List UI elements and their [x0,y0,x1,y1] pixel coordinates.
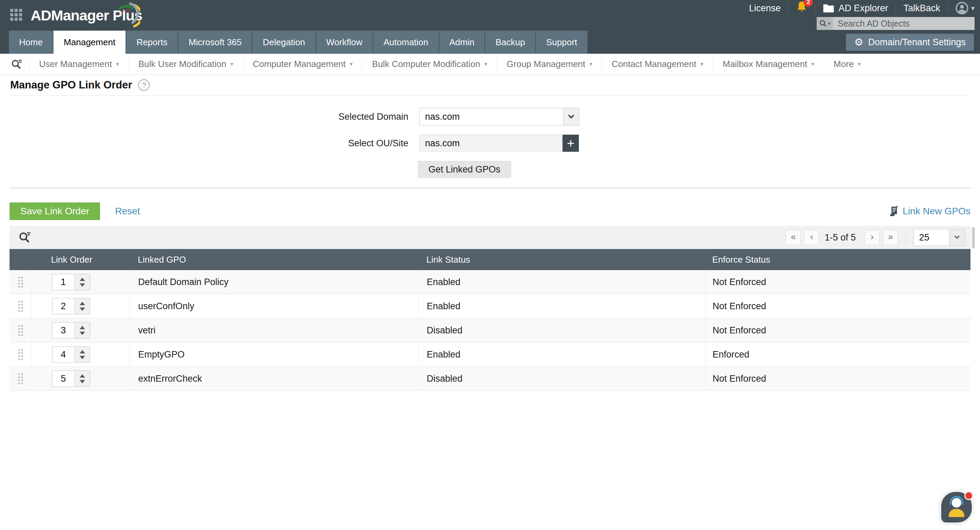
next-page-button[interactable]: › [865,230,880,245]
get-linked-gpos-button[interactable]: Get Linked GPOs [418,161,511,178]
increment-button[interactable] [80,302,85,305]
first-page-button[interactable]: « [786,230,801,245]
save-link-order-button[interactable]: Save Link Order [10,202,100,220]
subnav-item-mailbox-management[interactable]: Mailbox Management▾ [713,58,824,70]
caret-down-icon: ▾ [589,60,592,68]
decrement-button[interactable] [80,332,85,335]
get-row: Get Linked GPOs [418,161,980,178]
decrement-button[interactable] [80,380,85,383]
help-icon[interactable]: ? [138,79,150,91]
tab-management[interactable]: Management [53,31,126,54]
domain-tenant-settings-button[interactable]: ⚙ Domain/Tenant Settings [846,34,974,51]
page-size-select[interactable]: 25 [913,229,965,246]
tab-admin[interactable]: Admin [439,31,485,54]
decrement-button[interactable] [80,356,85,359]
spinner-arrows [74,298,90,314]
increment-button[interactable] [80,326,85,329]
subnav-item-bulk-computer-modification[interactable]: Bulk Computer Modification▾ [362,58,496,70]
spinner-arrows [74,274,90,290]
caret-down-icon: ▾ [484,60,487,68]
enforce-status-value: Not Enforced [713,277,766,287]
ou-site-input-group: + [419,134,579,152]
subnav-item-contact-management[interactable]: Contact Management▾ [602,58,713,70]
decrement-button[interactable] [80,283,85,287]
form-row: Selected Domain nas.com [0,108,980,125]
enforce-status-cell: Not Enforced [705,294,970,318]
subnav-item-bulk-user-modification[interactable]: Bulk User Modification▾ [128,58,243,70]
subnav-item-more[interactable]: More▾ [824,58,870,70]
enforce-status-value: Not Enforced [713,373,766,384]
chat-assistant-button[interactable] [941,492,972,522]
drag-handle-icon[interactable] [18,325,23,336]
link-status-cell: Enabled [418,294,705,318]
last-page-button[interactable]: » [883,230,898,245]
tab-microsoft-365[interactable]: Microsoft 365 [178,31,253,54]
reset-link[interactable]: Reset [115,206,140,217]
increment-button[interactable] [80,374,85,378]
increment-button[interactable] [80,350,85,354]
link-order-spinner[interactable]: 2 [52,298,90,314]
link-order-spinner[interactable]: 4 [52,346,90,363]
subnav-item-label: User Management [39,59,112,70]
subnav-search-button[interactable] [4,59,29,70]
tab-automation[interactable]: Automation [373,31,439,54]
tab-workflow[interactable]: Workflow [316,31,373,54]
chevron-down-icon [563,108,579,125]
tab-support[interactable]: Support [536,31,588,54]
linked-gpo-name: vetri [138,325,156,336]
drag-handle-icon[interactable] [18,373,23,384]
table-header: Link Order Linked GPO Link Status Enforc… [10,249,970,270]
page-range-label: 1-5 of 5 [824,232,856,243]
drag-handle-icon[interactable] [18,349,23,360]
tab-reports[interactable]: Reports [126,31,178,54]
column-header-link-order: Link Order [31,254,130,265]
ad-explorer-link[interactable]: AD Explorer [823,3,888,14]
domain-select[interactable]: nas.com [419,108,579,125]
license-link[interactable]: License [749,3,781,14]
table-row: 5 extnErrorCheck Disabled Not Enforced [10,367,970,391]
search-scope-button[interactable]: ▾ [817,17,833,30]
link-status-cell: Disabled [418,367,705,390]
subnav-item-user-management[interactable]: User Management▾ [29,58,128,70]
scroll-handle[interactable] [972,227,975,248]
linked-gpo-cell: vetri [130,318,418,342]
table-row: 3 vetri Disabled Not Enforced [10,318,970,343]
primary-nav: HomeManagementReportsMicrosoft 365Delega… [0,31,980,54]
enforce-status-value: Enforced [713,349,749,360]
subnav-item-computer-management[interactable]: Computer Management▾ [243,58,363,70]
form-row: Select OU/Site + [0,134,980,152]
link-order-spinner[interactable]: 1 [52,274,90,290]
drag-handle-icon[interactable] [18,277,23,287]
search-input[interactable] [833,17,975,30]
gpo-form: Selected Domain nas.com Select OU/Site +… [0,95,980,178]
page-header: Manage GPO Link Order ? [0,75,980,95]
prev-page-button[interactable]: ‹ [804,230,819,245]
decrement-button[interactable] [80,308,85,311]
drag-cell [10,343,31,367]
subnav-item-label: Bulk User Modification [138,59,226,70]
add-ou-button[interactable]: + [563,135,579,152]
tab-backup[interactable]: Backup [485,31,536,54]
link-order-value: 2 [52,298,74,314]
link-new-gpos-link[interactable]: Link New GPOs [888,206,970,217]
subnav-item-label: Computer Management [253,59,346,70]
tab-delegation[interactable]: Delegation [253,31,316,54]
logo-swirl-icon [112,1,140,30]
tab-home[interactable]: Home [9,31,53,54]
drag-handle-icon[interactable] [18,301,23,312]
table-row: 4 EmptyGPO Enabled Enforced [10,343,970,367]
subnav-item-label: Group Management [507,59,585,70]
link-order-spinner[interactable]: 3 [52,322,90,338]
notifications-button[interactable]: 2 [796,1,808,16]
user-menu[interactable]: ▾ [956,2,975,14]
column-header-linked-gpo: Linked GPO [130,254,418,265]
app-grid-icon[interactable] [10,9,23,22]
subnav-item-group-management[interactable]: Group Management▾ [497,58,602,70]
link-order-spinner[interactable]: 5 [52,370,90,387]
talkback-link[interactable]: TalkBack [904,3,940,14]
ou-site-input[interactable] [420,135,563,152]
linked-gpo-name: EmptyGPO [138,349,185,360]
increment-button[interactable] [80,278,85,281]
table-search-button[interactable] [18,231,31,244]
divider [948,3,948,13]
